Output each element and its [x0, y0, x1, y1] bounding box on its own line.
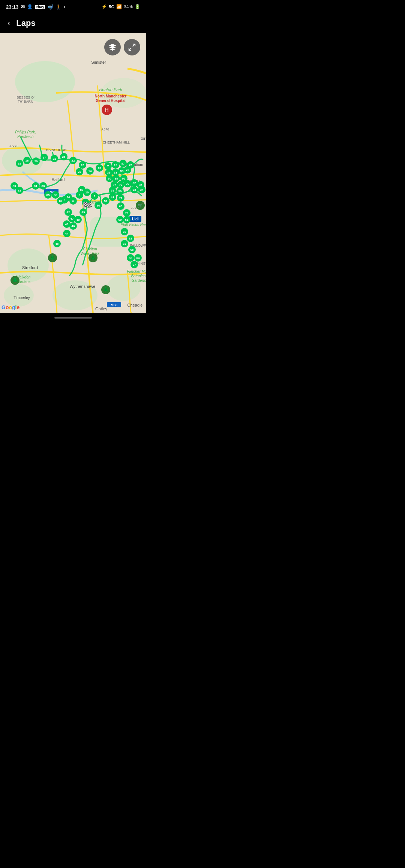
svg-text:21: 21: [53, 157, 56, 160]
svg-text:18: 18: [26, 159, 29, 162]
svg-text:57: 57: [122, 162, 125, 165]
svg-text:86: 86: [54, 193, 57, 197]
svg-text:M56: M56: [111, 303, 117, 307]
svg-text:Prestwich: Prestwich: [17, 135, 34, 139]
water-icon: 🤿: [47, 4, 53, 10]
svg-text:Chorlton: Chorlton: [83, 247, 97, 251]
svg-text:17: 17: [43, 156, 46, 159]
svg-text:38: 38: [115, 177, 118, 180]
mail-icon: ✉: [21, 4, 25, 10]
svg-text:Wythenshawe: Wythenshawe: [70, 284, 96, 289]
svg-text:Timperley: Timperley: [14, 296, 30, 300]
svg-text:Lidl: Lidl: [132, 217, 139, 221]
svg-text:RAINSOUGH: RAINSOUGH: [46, 148, 67, 152]
svg-text:🌲: 🌲: [90, 254, 96, 261]
svg-text:Gatley: Gatley: [95, 307, 107, 311]
svg-text:🌲: 🌲: [103, 286, 109, 293]
svg-text:41: 41: [111, 196, 114, 199]
svg-text:82: 82: [18, 189, 21, 192]
svg-text:69: 69: [118, 218, 122, 221]
bottom-bar: [0, 313, 146, 322]
svg-text:87: 87: [59, 199, 63, 203]
svg-text:65: 65: [130, 248, 134, 251]
signal-icon: 📶: [116, 4, 122, 9]
svg-text:22: 22: [72, 159, 75, 162]
5g-icon: 5G: [109, 4, 114, 9]
status-right: ⚡ 5G 📶 34% 🔋: [101, 4, 140, 9]
svg-text:64: 64: [136, 256, 140, 260]
svg-text:34: 34: [140, 188, 144, 192]
back-button[interactable]: ‹: [6, 17, 12, 30]
svg-text:88: 88: [80, 188, 84, 192]
bottom-pill: [54, 317, 92, 319]
svg-text:A580: A580: [9, 144, 17, 148]
svg-text:6: 6: [72, 199, 74, 203]
svg-text:24: 24: [67, 196, 70, 199]
svg-text:31: 31: [114, 171, 117, 174]
svg-text:33: 33: [133, 188, 136, 192]
svg-text:70: 70: [125, 211, 129, 215]
svg-text:42: 42: [67, 211, 70, 214]
svg-text:53: 53: [120, 169, 124, 173]
svg-text:Stretford: Stretford: [22, 265, 38, 270]
svg-text:61: 61: [125, 218, 129, 221]
svg-text:85: 85: [46, 193, 50, 197]
svg-text:62: 62: [129, 237, 132, 240]
svg-text:75: 75: [129, 163, 132, 167]
svg-point-9: [4, 284, 34, 307]
layers-button[interactable]: [104, 39, 121, 55]
svg-text:46: 46: [72, 224, 75, 228]
svg-text:Fletcher Moss: Fletcher Moss: [127, 269, 146, 274]
bluetooth-icon: ⚡: [101, 4, 107, 9]
svg-text:10: 10: [86, 191, 89, 194]
ebay-icon: ebay: [35, 5, 45, 9]
svg-text:66: 66: [129, 256, 132, 260]
status-left: 23:13 ✉ 👤 ebay 🤿 🚶 ●: [6, 4, 66, 10]
status-bar: 23:13 ✉ 👤 ebay 🤿 🚶 ● ⚡ 5G 📶 34% 🔋: [0, 0, 146, 13]
svg-text:32: 32: [133, 181, 136, 185]
svg-text:7: 7: [107, 165, 109, 168]
svg-text:TH' BARN: TH' BARN: [18, 100, 33, 103]
svg-text:A576: A576: [101, 127, 109, 131]
svg-text:Cheadle: Cheadle: [128, 303, 143, 307]
svg-text:96: 96: [97, 204, 100, 207]
svg-text:49: 49: [82, 211, 85, 214]
svg-text:🌲: 🌲: [50, 254, 56, 261]
svg-text:12: 12: [114, 163, 117, 167]
battery-icon: 🔋: [135, 4, 140, 9]
svg-text:9: 9: [79, 193, 81, 197]
svg-text:Gardens: Gardens: [132, 278, 146, 283]
svg-text:47: 47: [70, 217, 74, 220]
svg-text:25: 25: [62, 155, 66, 159]
svg-text:45: 45: [56, 242, 59, 245]
svg-text:19: 19: [18, 162, 21, 165]
svg-text:General Hospital: General Hospital: [96, 99, 126, 103]
svg-text:13: 13: [98, 166, 101, 170]
svg-text:Platt Fields Park: Platt Fields Park: [121, 223, 146, 227]
google-logo: Google: [2, 304, 20, 310]
map-view[interactable]: M60 M56 A580 A576 A6010 Simister BESSES …: [0, 33, 146, 313]
svg-text:60: 60: [119, 205, 123, 208]
svg-text:Simister: Simister: [91, 60, 106, 64]
svg-text:81: 81: [34, 184, 38, 188]
svg-text:44: 44: [65, 232, 69, 235]
svg-text:CHEETHAM HILL: CHEETHAM HILL: [103, 141, 130, 144]
svg-text:48: 48: [76, 218, 80, 221]
svg-text:39: 39: [107, 171, 111, 174]
svg-text:H: H: [105, 107, 108, 113]
svg-text:North Manchester: North Manchester: [94, 94, 126, 98]
expand-button[interactable]: [124, 39, 140, 55]
dot-icon: ●: [64, 5, 66, 9]
svg-text:68: 68: [123, 230, 126, 233]
svg-text:tor: tor: [141, 136, 146, 141]
svg-text:30: 30: [108, 177, 111, 180]
svg-text:63: 63: [123, 242, 126, 245]
svg-text:43: 43: [65, 223, 69, 226]
svg-text:Heaton Park: Heaton Park: [99, 87, 122, 92]
svg-text:🛒: 🛒: [138, 203, 143, 208]
svg-text:20: 20: [34, 160, 38, 163]
svg-text:92: 92: [122, 177, 126, 180]
battery-display: 34%: [124, 4, 133, 9]
svg-text:80: 80: [42, 184, 45, 188]
svg-text:Philips Park,: Philips Park,: [15, 130, 36, 134]
